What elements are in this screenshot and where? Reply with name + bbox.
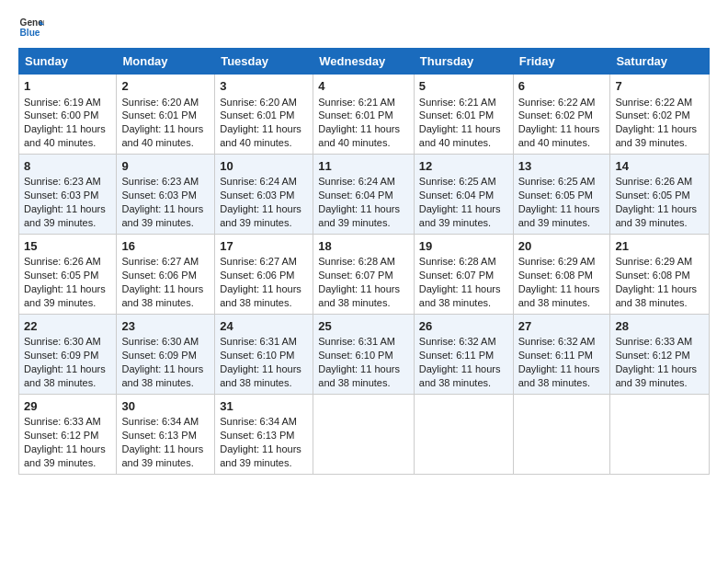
- header-day-sunday: Sunday: [19, 49, 117, 75]
- day-number: 13: [518, 158, 606, 175]
- sunset-label: Sunset: 6:11 PM: [419, 350, 494, 361]
- daylight-label: Daylight: 11 hours: [518, 363, 600, 374]
- header-day-thursday: Thursday: [414, 49, 513, 75]
- calendar-cell: 27Sunrise: 6:32 AMSunset: 6:11 PMDayligh…: [513, 314, 610, 394]
- calendar-cell: 20Sunrise: 6:29 AMSunset: 6:08 PMDayligh…: [513, 234, 610, 314]
- sunset-label: Sunset: 6:05 PM: [615, 190, 689, 201]
- daylight-mins-label: and 38 minutes.: [518, 297, 590, 308]
- daylight-label: Daylight: 11 hours: [419, 363, 501, 374]
- sunrise-label: Sunrise: 6:29 AM: [615, 256, 692, 267]
- daylight-mins-label: and 39 minutes.: [24, 297, 96, 308]
- daylight-label: Daylight: 11 hours: [24, 283, 106, 294]
- calendar-cell: 17Sunrise: 6:27 AMSunset: 6:06 PMDayligh…: [215, 234, 313, 314]
- daylight-mins-label: and 40 minutes.: [121, 137, 193, 148]
- sunset-label: Sunset: 6:00 PM: [24, 109, 98, 121]
- calendar-cell: 16Sunrise: 6:27 AMSunset: 6:06 PMDayligh…: [117, 234, 215, 314]
- day-number: 19: [419, 238, 508, 255]
- daylight-mins-label: and 39 minutes.: [518, 217, 590, 228]
- day-number: 20: [518, 238, 606, 255]
- sunset-label: Sunset: 6:02 PM: [615, 109, 689, 121]
- day-number: 11: [318, 158, 409, 175]
- daylight-mins-label: and 39 minutes.: [24, 217, 96, 228]
- sunset-label: Sunset: 6:06 PM: [220, 270, 294, 281]
- sunset-label: Sunset: 6:01 PM: [318, 109, 392, 121]
- daylight-label: Daylight: 11 hours: [220, 443, 301, 454]
- sunrise-label: Sunrise: 6:24 AM: [318, 176, 395, 187]
- day-number: 12: [419, 158, 508, 175]
- sunrise-label: Sunrise: 6:26 AM: [615, 176, 692, 187]
- daylight-label: Daylight: 11 hours: [518, 203, 600, 214]
- calendar-cell: 30Sunrise: 6:34 AMSunset: 6:13 PMDayligh…: [117, 394, 215, 474]
- daylight-mins-label: and 38 minutes.: [419, 297, 491, 308]
- header-day-monday: Monday: [117, 49, 215, 75]
- sunset-label: Sunset: 6:09 PM: [24, 350, 98, 361]
- header-day-tuesday: Tuesday: [215, 49, 313, 75]
- daylight-label: Daylight: 11 hours: [220, 203, 301, 214]
- day-number: 3: [220, 78, 308, 95]
- calendar-cell: 9Sunrise: 6:23 AMSunset: 6:03 PMDaylight…: [117, 154, 215, 234]
- day-number: 1: [24, 78, 111, 95]
- calendar-cell: 18Sunrise: 6:28 AMSunset: 6:07 PMDayligh…: [313, 234, 415, 314]
- daylight-label: Daylight: 11 hours: [419, 123, 501, 134]
- daylight-mins-label: and 39 minutes.: [615, 217, 687, 228]
- daylight-label: Daylight: 11 hours: [615, 363, 697, 374]
- sunrise-label: Sunrise: 6:23 AM: [121, 176, 199, 187]
- daylight-label: Daylight: 11 hours: [220, 283, 301, 294]
- sunrise-label: Sunrise: 6:21 AM: [318, 97, 395, 108]
- sunset-label: Sunset: 6:02 PM: [518, 109, 593, 121]
- calendar-cell: 12Sunrise: 6:25 AMSunset: 6:04 PMDayligh…: [414, 154, 513, 234]
- sunrise-label: Sunrise: 6:25 AM: [518, 176, 596, 187]
- sunset-label: Sunset: 6:13 PM: [121, 430, 196, 441]
- sunset-label: Sunset: 6:08 PM: [615, 270, 689, 281]
- daylight-label: Daylight: 11 hours: [318, 123, 400, 134]
- sunrise-label: Sunrise: 6:30 AM: [24, 336, 101, 347]
- day-number: 27: [518, 318, 606, 335]
- sunrise-label: Sunrise: 6:29 AM: [518, 256, 596, 267]
- daylight-mins-label: and 38 minutes.: [24, 377, 96, 388]
- calendar-cell: [313, 394, 415, 474]
- daylight-label: Daylight: 11 hours: [318, 363, 400, 374]
- daylight-mins-label: and 39 minutes.: [220, 217, 291, 228]
- sunset-label: Sunset: 6:05 PM: [24, 270, 98, 281]
- sunrise-label: Sunrise: 6:25 AM: [419, 176, 496, 187]
- calendar-cell: 4Sunrise: 6:21 AMSunset: 6:01 PMDaylight…: [313, 75, 415, 155]
- page-header: General Blue: [18, 15, 710, 40]
- sunrise-label: Sunrise: 6:27 AM: [220, 256, 297, 267]
- sunset-label: Sunset: 6:08 PM: [518, 270, 593, 281]
- calendar-cell: 29Sunrise: 6:33 AMSunset: 6:12 PMDayligh…: [19, 394, 117, 474]
- calendar-cell: 21Sunrise: 6:29 AMSunset: 6:08 PMDayligh…: [610, 234, 710, 314]
- daylight-mins-label: and 38 minutes.: [419, 377, 491, 388]
- day-number: 6: [518, 78, 606, 95]
- day-number: 28: [615, 318, 704, 335]
- sunset-label: Sunset: 6:03 PM: [220, 190, 294, 201]
- sunset-label: Sunset: 6:03 PM: [24, 190, 98, 201]
- calendar-body: 1Sunrise: 6:19 AMSunset: 6:00 PMDaylight…: [19, 75, 710, 475]
- daylight-mins-label: and 38 minutes.: [518, 377, 590, 388]
- day-number: 14: [615, 158, 704, 175]
- daylight-mins-label: and 39 minutes.: [121, 217, 193, 228]
- daylight-label: Daylight: 11 hours: [121, 443, 203, 454]
- calendar-cell: 5Sunrise: 6:21 AMSunset: 6:01 PMDaylight…: [414, 75, 513, 155]
- calendar-cell: [513, 394, 610, 474]
- sunrise-label: Sunrise: 6:33 AM: [24, 416, 101, 427]
- sunrise-label: Sunrise: 6:32 AM: [518, 336, 596, 347]
- daylight-mins-label: and 39 minutes.: [220, 457, 291, 468]
- calendar-cell: 1Sunrise: 6:19 AMSunset: 6:00 PMDaylight…: [19, 75, 117, 155]
- sunset-label: Sunset: 6:13 PM: [220, 430, 294, 441]
- sunset-label: Sunset: 6:04 PM: [419, 190, 494, 201]
- daylight-mins-label: and 38 minutes.: [220, 377, 291, 388]
- logo-icon: General Blue: [18, 15, 44, 40]
- sunrise-label: Sunrise: 6:22 AM: [518, 97, 596, 108]
- day-number: 21: [615, 238, 704, 255]
- daylight-label: Daylight: 11 hours: [121, 123, 203, 134]
- sunset-label: Sunset: 6:12 PM: [24, 430, 98, 441]
- sunset-label: Sunset: 6:03 PM: [121, 190, 196, 201]
- calendar-cell: 31Sunrise: 6:34 AMSunset: 6:13 PMDayligh…: [215, 394, 313, 474]
- sunset-label: Sunset: 6:04 PM: [318, 190, 392, 201]
- calendar-cell: [610, 394, 710, 474]
- sunset-label: Sunset: 6:01 PM: [220, 109, 294, 121]
- daylight-label: Daylight: 11 hours: [615, 203, 697, 214]
- calendar-cell: 26Sunrise: 6:32 AMSunset: 6:11 PMDayligh…: [414, 314, 513, 394]
- sunset-label: Sunset: 6:10 PM: [220, 350, 294, 361]
- sunset-label: Sunset: 6:01 PM: [121, 109, 196, 121]
